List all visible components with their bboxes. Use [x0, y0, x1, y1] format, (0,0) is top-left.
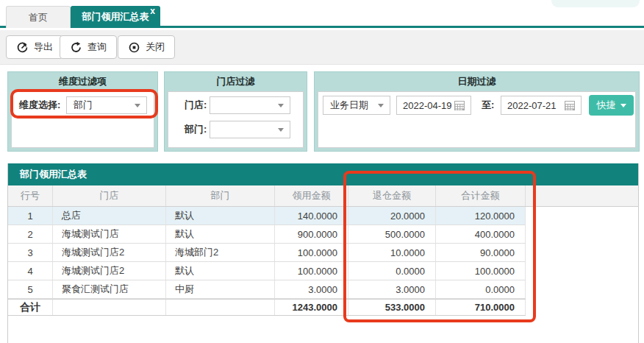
grid-cell: 0.0000	[436, 280, 526, 298]
grid-cell: 3.0000	[348, 280, 436, 298]
quick-date-button[interactable]: 快捷	[589, 95, 634, 116]
grid-cell: 海城测试门店2	[53, 244, 166, 261]
grid-cell: 合计	[8, 300, 53, 315]
export-button[interactable]: 导出	[6, 35, 63, 59]
refresh-icon	[70, 41, 82, 54]
dimension-panel-body: 维度选择: 部门	[11, 91, 154, 148]
date-from-value: 2022-04-19	[403, 100, 452, 111]
grid-cell: 2	[8, 225, 53, 243]
grid-cell: 4	[8, 262, 53, 280]
store-select-label: 门店:	[185, 96, 207, 114]
grid-cell: 710.0000	[436, 300, 526, 315]
dept-select-label: 部门:	[185, 121, 207, 138]
table-row-5[interactable]: 5聚食汇测试门店中厨3.00003.00000.0000	[8, 280, 526, 299]
cropped-corner-element	[551, 0, 640, 7]
date-filter-panel: 日期过滤 业务日期 2022-04-19 至: 2022-07-21	[314, 71, 640, 152]
close-button[interactable]: 关闭	[118, 35, 175, 59]
dimension-select[interactable]: 部门	[66, 96, 147, 114]
grid-cell: 1	[8, 207, 53, 224]
grid-cell: 140.0000	[275, 207, 348, 224]
grid-header-row: 行号门店部门领用金额退仓金额合计金额	[8, 185, 638, 207]
grid-cell: 默认	[166, 225, 275, 243]
grid-cell: 默认	[166, 207, 275, 224]
column-header-3[interactable]: 领用金额	[275, 185, 348, 206]
grid-cell: 10.0000	[348, 244, 436, 261]
dimension-filter-panel: 维度过滤项 维度选择: 部门	[7, 71, 158, 152]
chevron-down-icon	[620, 104, 626, 107]
grid-cell: 90.0000	[436, 244, 526, 261]
chevron-down-icon	[135, 104, 140, 107]
grid-cell: 533.0000	[348, 300, 436, 315]
grid-cell: 0.0000	[348, 262, 436, 280]
grid-cell: 3	[8, 244, 53, 261]
export-button-label: 导出	[34, 40, 53, 54]
grid-cell: 1243.0000	[275, 300, 348, 315]
quick-date-label: 快捷	[597, 99, 616, 112]
grid-cell: 海城部门2	[166, 244, 275, 261]
chevron-down-icon	[278, 128, 284, 132]
grid-cell: 400.0000	[436, 225, 526, 243]
dimension-select-label: 维度选择:	[19, 96, 60, 114]
grid-cell: 120.0000	[436, 207, 526, 224]
table-total-row[interactable]: 合计1243.0000533.0000710.0000	[8, 299, 526, 316]
store-filter-panel: 门店过滤 门店: 部门:	[164, 71, 307, 152]
grid-cell	[166, 300, 275, 315]
store-select[interactable]	[210, 96, 290, 114]
grid-cell: 100.0000	[436, 262, 526, 280]
table-row-2[interactable]: 2海城测试门店默认900.0000500.0000400.0000	[8, 225, 526, 244]
table-row-4[interactable]: 4海城测试门店2默认100.00000.0000100.0000	[8, 262, 526, 280]
toolbar: 导出 查询 关闭	[0, 30, 644, 65]
date-to-value: 2022-07-21	[507, 100, 557, 111]
summary-grid: 部门领用汇总表 行号门店部门领用金额退仓金额合计金额 1总店默认140.0000…	[7, 163, 639, 343]
grid-title: 部门领用汇总表	[8, 163, 638, 185]
grid-cell: 总店	[53, 207, 166, 224]
chevron-down-icon	[278, 104, 284, 107]
tab-dept-summary-label: 部门领用汇总表	[82, 10, 149, 24]
table-row-1[interactable]: 1总店默认140.000020.0000120.0000	[8, 207, 526, 225]
tab-close-icon[interactable]: x	[150, 6, 155, 16]
grid-cell: 500.0000	[348, 225, 436, 243]
query-button[interactable]: 查询	[60, 35, 117, 59]
export-icon	[16, 41, 29, 54]
close-button-label: 关闭	[146, 40, 165, 54]
grid-cell: 5	[8, 280, 53, 298]
dimension-select-value: 部门	[74, 99, 93, 112]
store-panel-body: 门店: 部门:	[168, 91, 304, 148]
column-header-5[interactable]: 合计金额	[436, 185, 526, 206]
column-header-1[interactable]: 门店	[53, 185, 166, 206]
date-type-select[interactable]: 业务日期	[323, 96, 390, 115]
grid-cell: 默认	[166, 262, 275, 280]
calendar-icon[interactable]	[454, 101, 465, 110]
tab-dept-summary[interactable]: 部门领用汇总表 x	[71, 6, 160, 28]
grid-cell: 中厨	[166, 280, 275, 298]
date-to-input[interactable]: 2022-07-21	[501, 96, 582, 115]
grid-cell: 100.0000	[275, 262, 348, 280]
table-row-3[interactable]: 3海城测试门店2海城部门2100.000010.000090.0000	[8, 244, 526, 262]
chevron-down-icon	[378, 104, 384, 107]
dimension-panel-title: 维度过滤项	[8, 72, 157, 91]
grid-cell: 海城测试门店	[53, 225, 166, 243]
grid-cell: 3.0000	[275, 280, 348, 298]
tab-home-label: 首页	[29, 11, 48, 24]
column-header-filler	[526, 185, 638, 206]
stop-icon	[128, 41, 140, 54]
date-type-value: 业务日期	[330, 99, 368, 112]
date-to-label: 至:	[482, 96, 494, 114]
date-panel-body: 业务日期 2022-04-19 至: 2022-07-21	[318, 91, 636, 148]
grid-cell	[53, 300, 166, 315]
tab-bar: 首页 部门领用汇总表 x	[0, 0, 644, 28]
grid-cell: 20.0000	[348, 207, 436, 224]
query-button-label: 查询	[87, 40, 107, 54]
grid-cell: 900.0000	[275, 225, 348, 243]
calendar-icon[interactable]	[565, 101, 575, 110]
tab-home[interactable]: 首页	[6, 6, 71, 28]
column-header-2[interactable]: 部门	[166, 185, 275, 206]
date-from-input[interactable]: 2022-04-19	[396, 96, 471, 115]
grid-cell: 海城测试门店2	[53, 262, 166, 280]
date-panel-title: 日期过滤	[315, 72, 639, 91]
grid-cell: 聚食汇测试门店	[53, 280, 166, 298]
grid-cell: 100.0000	[275, 244, 348, 261]
column-header-0[interactable]: 行号	[8, 185, 53, 206]
column-header-4[interactable]: 退仓金额	[348, 185, 436, 206]
dept-select[interactable]	[210, 121, 290, 138]
